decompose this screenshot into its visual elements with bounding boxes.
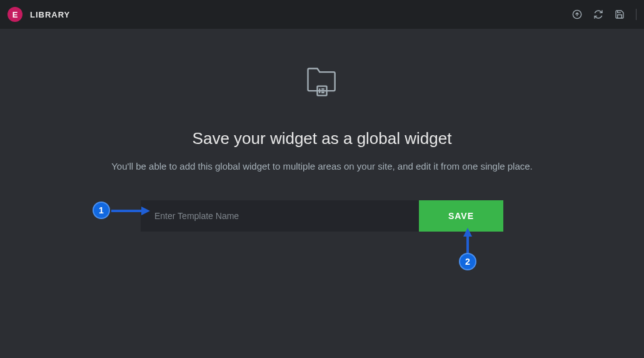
import-icon[interactable] [572,9,582,19]
page-subheading: You'll be able to add this global widget… [111,161,533,171]
sync-icon[interactable] [593,9,603,19]
annotation-2: 2 [459,253,476,270]
header-right [572,9,636,20]
save-button[interactable]: SAVE [419,200,503,232]
header-divider [636,9,636,20]
save-icon[interactable] [615,9,625,19]
annotation-badge-2: 2 [459,253,476,270]
page-heading: Save your widget as a global widget [193,129,452,148]
form-row: SAVE [141,200,503,232]
template-folder-icon [303,64,341,104]
elementor-logo: E [8,7,23,22]
annotation-arrow-2 [462,228,473,253]
template-name-input[interactable] [141,200,419,232]
main-content: Save your widget as a global widget You'… [0,29,644,232]
header-left: E LIBRARY [8,7,70,22]
header-title: LIBRARY [30,10,70,19]
header-bar: E LIBRARY [0,0,644,29]
